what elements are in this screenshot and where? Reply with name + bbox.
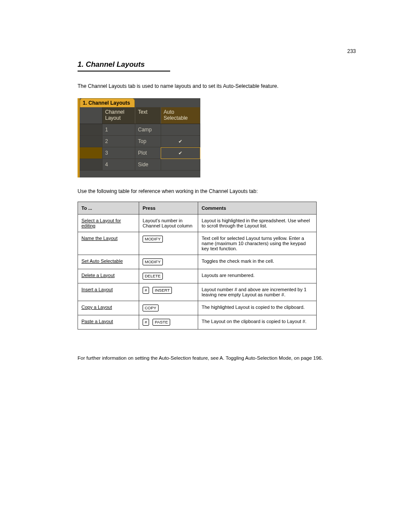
table-row: Set Auto SelectableMODIFYToggles the che… xyxy=(78,255,317,269)
cell-press: Layout's number in Channel Layout column xyxy=(139,214,198,232)
keycap: MODIFY xyxy=(143,236,163,243)
cell-comments: Layout number # and above are incremente… xyxy=(198,283,317,301)
cell-comments: Layouts are renumbered. xyxy=(198,269,317,283)
cell-comments: Layout is highlighted in the spreadsheet… xyxy=(198,214,317,232)
cell-comments: Text cell for selected Layout turns yell… xyxy=(198,232,317,255)
cell-auto-selectable[interactable]: ✔ xyxy=(161,147,200,159)
table-row: Select a Layout for editingLayout's numb… xyxy=(78,214,317,232)
keycap: # xyxy=(143,319,149,326)
intro-paragraph: The Channel Layouts tab is used to name … xyxy=(78,83,359,90)
title-underline xyxy=(78,71,170,72)
section-title: 1. Channel Layouts xyxy=(78,60,359,69)
cell-channel-layout-number[interactable]: 4 xyxy=(103,159,135,171)
col-lead xyxy=(80,107,103,124)
cell-comments: Toggles the check mark in the cell. xyxy=(198,255,317,269)
keycap: MODIFY xyxy=(143,258,163,265)
keycap: INSERT xyxy=(153,287,172,294)
cell-text[interactable]: Plot xyxy=(135,147,161,159)
cell-to: Delete a Layout xyxy=(78,269,139,283)
cell-channel-layout-number[interactable]: 3 xyxy=(103,147,135,159)
keycap: DELETE xyxy=(143,273,163,280)
cell-auto-selectable[interactable]: ✔ xyxy=(161,136,200,147)
cell-to: Copy a Layout xyxy=(78,301,139,315)
cell-to: Name the Layout xyxy=(78,232,139,255)
keycap: COPY xyxy=(143,305,159,311)
cell-press: MODIFY xyxy=(139,255,198,269)
cell-channel-layout-number[interactable]: 2 xyxy=(103,136,135,147)
cell-to: Paste a Layout xyxy=(78,315,139,329)
cell-text[interactable]: Camp xyxy=(135,124,161,136)
page-number-top: 233 xyxy=(347,48,356,54)
cell-press: DELETE xyxy=(139,269,198,283)
row-handle[interactable] xyxy=(80,124,103,136)
col-channel-layout[interactable]: Channel Layout xyxy=(103,107,135,124)
channel-layouts-table: Channel Layout Text Auto Selectable 1Cam… xyxy=(80,107,200,171)
cell-to: Insert a Layout xyxy=(78,283,139,301)
table-row: Paste a Layout#PASTEThe Layout on the cl… xyxy=(78,315,317,329)
check-icon: ✔ xyxy=(178,150,182,156)
channel-layouts-panel: 1. Channel Layouts Channel Layout Text A… xyxy=(78,98,200,177)
cell-press: #PASTE xyxy=(139,315,198,329)
row-handle[interactable] xyxy=(80,147,103,159)
row-handle[interactable] xyxy=(80,159,103,171)
cell-text[interactable]: Top xyxy=(135,136,161,147)
cell-press: #INSERT xyxy=(139,283,198,301)
table-row: Delete a LayoutDELETELayouts are renumbe… xyxy=(78,269,317,283)
cell-press: MODIFY xyxy=(139,232,198,255)
footer-note: For further information on setting the A… xyxy=(78,355,359,361)
cell-auto-selectable[interactable] xyxy=(161,159,200,171)
cell-press: COPY xyxy=(139,301,198,315)
table-row[interactable]: 3Plot✔ xyxy=(80,147,200,159)
ref-head-comments: Comments xyxy=(198,202,317,214)
ref-head-press: Press xyxy=(139,202,198,214)
table-row: Copy a LayoutCOPYThe highlighted Layout … xyxy=(78,301,317,315)
keycap: PASTE xyxy=(153,319,170,326)
table-row[interactable]: 2Top✔ xyxy=(80,136,200,147)
col-auto-selectable[interactable]: Auto Selectable xyxy=(161,107,200,124)
cell-text[interactable]: Side xyxy=(135,159,161,171)
tab-channel-layouts[interactable]: 1. Channel Layouts xyxy=(80,98,135,107)
cell-to: Select a Layout for editing xyxy=(78,214,139,232)
table-row[interactable]: 1Camp xyxy=(80,124,200,136)
col-text[interactable]: Text xyxy=(135,107,161,124)
table-row[interactable]: 4Side xyxy=(80,159,200,171)
table-row: Insert a Layout#INSERTLayout number # an… xyxy=(78,283,317,301)
cell-to: Set Auto Selectable xyxy=(78,255,139,269)
ref-head-to: To ... xyxy=(78,202,139,214)
cell-channel-layout-number[interactable]: 1 xyxy=(103,124,135,136)
cell-comments: The Layout on the clipboard is copied to… xyxy=(198,315,317,329)
table-intro: Use the following table for reference wh… xyxy=(78,188,359,195)
cell-comments: The highlighted Layout is copied to the … xyxy=(198,301,317,315)
check-icon: ✔ xyxy=(178,139,182,144)
keycap: # xyxy=(143,287,149,294)
row-handle[interactable] xyxy=(80,136,103,147)
cell-auto-selectable[interactable] xyxy=(161,124,200,136)
table-row: Name the LayoutMODIFYText cell for selec… xyxy=(78,232,317,255)
reference-table: To ... Press Comments Select a Layout fo… xyxy=(78,202,317,330)
